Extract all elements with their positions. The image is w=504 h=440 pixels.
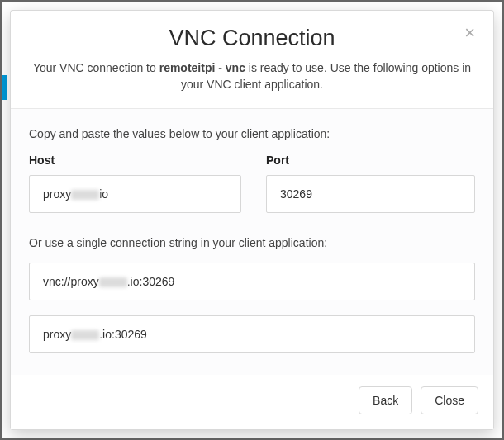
connection-string-2[interactable]: proxy.io:30269 [29, 315, 475, 353]
redacted-segment [71, 330, 99, 340]
host-value-box[interactable]: proxyio [29, 175, 241, 213]
port-field: Port 30269 [266, 154, 475, 213]
modal-header: × VNC Connection Your VNC connection to … [11, 11, 493, 108]
conn2-prefix: proxy [43, 328, 71, 341]
copy-instruction: Copy and paste the values below to your … [29, 127, 475, 140]
modal-body: Copy and paste the values below to your … [11, 108, 493, 375]
host-value-suffix: io [99, 187, 108, 201]
connection-string-1[interactable]: vnc://proxy.io:30269 [29, 263, 475, 300]
conn1-prefix: vnc://proxy [43, 275, 99, 288]
background-accent [2, 75, 7, 100]
close-button[interactable]: Close [421, 386, 478, 414]
vnc-connection-modal: × VNC Connection Your VNC connection to … [10, 10, 494, 430]
host-label: Host [29, 154, 241, 167]
host-port-row: Host proxyio Port 30269 [29, 154, 475, 213]
host-value-prefix: proxy [43, 187, 71, 201]
port-label: Port [266, 154, 475, 167]
or-instruction: Or use a single connection string in you… [29, 236, 475, 249]
port-value: 30269 [280, 187, 312, 201]
redacted-segment [71, 190, 99, 200]
conn1-suffix: .io:30269 [127, 275, 175, 288]
connection-strings: vnc://proxy.io:30269 proxy.io:30269 [29, 263, 475, 353]
subtitle-prefix: Your VNC connection to [33, 61, 159, 74]
modal-footer: Back Close [11, 375, 493, 429]
modal-subtitle: Your VNC connection to remoteitpi - vnc … [27, 59, 477, 93]
subtitle-device-name: remoteitpi - vnc [159, 61, 245, 74]
back-button[interactable]: Back [359, 386, 412, 414]
conn2-suffix: .io:30269 [99, 328, 147, 341]
host-field: Host proxyio [29, 154, 241, 213]
close-icon[interactable]: × [459, 22, 480, 44]
port-value-box[interactable]: 30269 [266, 175, 475, 213]
redacted-segment [99, 277, 127, 287]
modal-title: VNC Connection [27, 26, 477, 51]
